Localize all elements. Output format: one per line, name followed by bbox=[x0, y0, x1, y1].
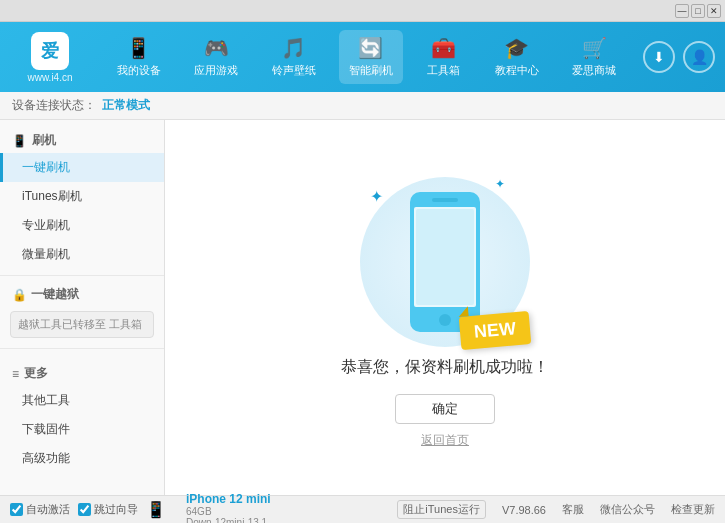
my-device-label: 我的设备 bbox=[117, 63, 161, 78]
nav-tutorial[interactable]: 🎓 教程中心 bbox=[485, 30, 549, 84]
more-section-icon: ≡ bbox=[12, 367, 19, 381]
nav-store[interactable]: 🛒 爱思商城 bbox=[562, 30, 626, 84]
header-right: ⬇ 👤 bbox=[643, 41, 715, 73]
sidebar-item-itunes-flash[interactable]: iTunes刷机 bbox=[0, 182, 164, 211]
device-storage: 64GB bbox=[186, 506, 271, 517]
sidebar-item-other-tools[interactable]: 其他工具 bbox=[0, 386, 164, 415]
phone-illustration bbox=[400, 187, 490, 337]
sidebar-item-download-fw[interactable]: 下载固件 bbox=[0, 415, 164, 444]
status-label: 设备连接状态： bbox=[12, 97, 96, 114]
close-button[interactable]: ✕ bbox=[707, 4, 721, 18]
bottom-bar: 自动激活 跳过向导 📱 iPhone 12 mini 64GB Down-12m… bbox=[0, 495, 725, 523]
jailbreak-title: 一键越狱 bbox=[31, 286, 79, 303]
toolbox-label: 工具箱 bbox=[427, 63, 460, 78]
check-update-link[interactable]: 检查更新 bbox=[671, 502, 715, 517]
bottom-left: 自动激活 跳过向导 📱 iPhone 12 mini 64GB Down-12m… bbox=[10, 492, 397, 524]
tutorial-icon: 🎓 bbox=[504, 36, 529, 60]
sidebar-item-backup-flash[interactable]: 微量刷机 bbox=[0, 240, 164, 269]
smart-flash-icon: 🔄 bbox=[358, 36, 383, 60]
ringtones-icon: 🎵 bbox=[281, 36, 306, 60]
ringtones-label: 铃声壁纸 bbox=[272, 63, 316, 78]
confirm-button[interactable]: 确定 bbox=[395, 394, 495, 424]
lock-icon: 🔒 bbox=[12, 288, 27, 302]
logo-icon: 爱 bbox=[31, 32, 69, 70]
download-button[interactable]: ⬇ bbox=[643, 41, 675, 73]
header: 爱 www.i4.cn 📱 我的设备 🎮 应用游戏 🎵 铃声壁纸 🔄 智能刷机 … bbox=[0, 22, 725, 92]
sidebar: 📱 刷机 一键刷机 iTunes刷机 专业刷机 微量刷机 🔒 一键越狱 越狱工具… bbox=[0, 120, 165, 495]
svg-point-2 bbox=[439, 314, 451, 326]
flash-section-title: 刷机 bbox=[32, 132, 56, 149]
sidebar-separator-2 bbox=[0, 348, 164, 349]
auto-connect-label: 自动激活 bbox=[26, 502, 70, 517]
sparkle-top-right: ✦ bbox=[495, 177, 505, 191]
store-label: 爱思商城 bbox=[572, 63, 616, 78]
svg-rect-3 bbox=[432, 198, 458, 202]
success-illustration: NEW ✦ ✦ bbox=[345, 167, 545, 357]
nav-my-device[interactable]: 📱 我的设备 bbox=[107, 30, 171, 84]
minimize-button[interactable]: — bbox=[675, 4, 689, 18]
sidebar-item-one-click-flash[interactable]: 一键刷机 bbox=[0, 153, 164, 182]
sidebar-separator-1 bbox=[0, 275, 164, 276]
sidebar-section-more: ≡ 更多 bbox=[0, 361, 164, 386]
smart-flash-label: 智能刷机 bbox=[349, 63, 393, 78]
nav-smart-flash[interactable]: 🔄 智能刷机 bbox=[339, 30, 403, 84]
logo-site: www.i4.cn bbox=[27, 72, 72, 83]
sidebar-section-jailbreak: 🔒 一键越狱 bbox=[0, 282, 164, 307]
nav-bar: 📱 我的设备 🎮 应用游戏 🎵 铃声壁纸 🔄 智能刷机 🧰 工具箱 🎓 教程中心… bbox=[100, 30, 633, 84]
auto-connect-checkbox[interactable]: 自动激活 bbox=[10, 502, 70, 517]
wechat-link[interactable]: 微信公众号 bbox=[600, 502, 655, 517]
skip-wizard-label: 跳过向导 bbox=[94, 502, 138, 517]
flash-section-icon: 📱 bbox=[12, 134, 27, 148]
bottom-right: 阻止iTunes运行 V7.98.66 客服 微信公众号 检查更新 bbox=[397, 500, 715, 519]
toolbox-icon: 🧰 bbox=[431, 36, 456, 60]
skip-wizard-input[interactable] bbox=[78, 503, 91, 516]
user-button[interactable]: 👤 bbox=[683, 41, 715, 73]
apps-games-icon: 🎮 bbox=[204, 36, 229, 60]
device-phone-icon: 📱 bbox=[146, 500, 166, 519]
service-link[interactable]: 客服 bbox=[562, 502, 584, 517]
sparkle-top-left: ✦ bbox=[370, 187, 383, 206]
new-badge: NEW bbox=[459, 311, 532, 350]
nav-apps-games[interactable]: 🎮 应用游戏 bbox=[184, 30, 248, 84]
device-name: iPhone 12 mini bbox=[186, 492, 271, 506]
status-value: 正常模式 bbox=[102, 97, 150, 114]
stop-itunes-button[interactable]: 阻止iTunes运行 bbox=[397, 500, 486, 519]
my-device-icon: 📱 bbox=[126, 36, 151, 60]
title-bar: — □ ✕ bbox=[0, 0, 725, 22]
sidebar-section-flash: 📱 刷机 bbox=[0, 128, 164, 153]
device-info: iPhone 12 mini 64GB Down-12mini-13.1 bbox=[186, 492, 271, 524]
version-label: V7.98.66 bbox=[502, 504, 546, 516]
auto-connect-input[interactable] bbox=[10, 503, 23, 516]
store-icon: 🛒 bbox=[582, 36, 607, 60]
logo[interactable]: 爱 www.i4.cn bbox=[10, 32, 90, 83]
go-home-link[interactable]: 返回首页 bbox=[421, 432, 469, 449]
content-area: NEW ✦ ✦ 恭喜您，保资料刷机成功啦！ 确定 返回首页 bbox=[165, 120, 725, 495]
sidebar-notice: 越狱工具已转移至 工具箱 bbox=[10, 311, 154, 338]
skip-wizard-checkbox[interactable]: 跳过向导 bbox=[78, 502, 138, 517]
nav-toolbox[interactable]: 🧰 工具箱 bbox=[416, 30, 471, 84]
success-message: 恭喜您，保资料刷机成功啦！ bbox=[341, 357, 549, 378]
sidebar-item-advanced[interactable]: 高级功能 bbox=[0, 444, 164, 473]
svg-rect-4 bbox=[416, 209, 474, 305]
device-version: Down-12mini-13.1 bbox=[186, 517, 271, 524]
main-layout: 📱 刷机 一键刷机 iTunes刷机 专业刷机 微量刷机 🔒 一键越狱 越狱工具… bbox=[0, 120, 725, 495]
tutorial-label: 教程中心 bbox=[495, 63, 539, 78]
sidebar-item-pro-flash[interactable]: 专业刷机 bbox=[0, 211, 164, 240]
apps-games-label: 应用游戏 bbox=[194, 63, 238, 78]
more-section-title: 更多 bbox=[24, 365, 48, 382]
status-bar: 设备连接状态： 正常模式 bbox=[0, 92, 725, 120]
nav-ringtones[interactable]: 🎵 铃声壁纸 bbox=[262, 30, 326, 84]
maximize-button[interactable]: □ bbox=[691, 4, 705, 18]
